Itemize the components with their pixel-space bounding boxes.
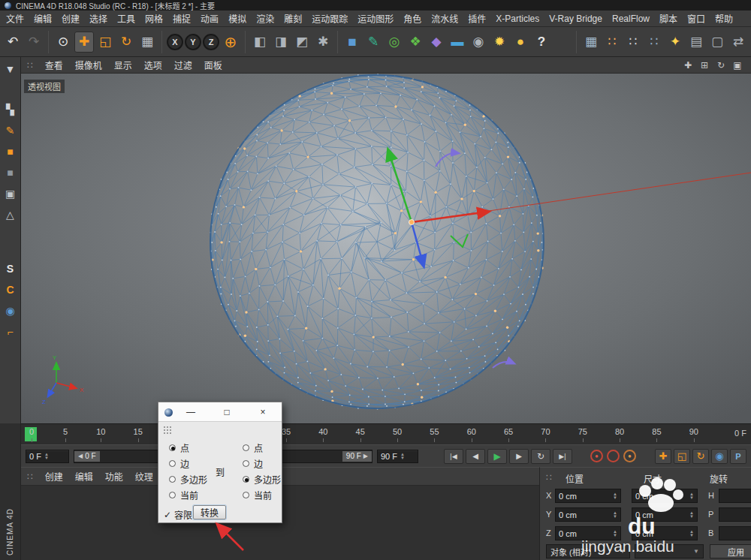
rotation-p-field[interactable] [719,507,751,522]
key-rotation-icon[interactable]: ↻ [692,449,709,464]
x-axis-lock-icon[interactable]: X [167,34,183,50]
add-camera-icon[interactable]: ◉ [469,32,488,53]
goto-end-icon[interactable]: ▶| [553,449,572,464]
option-to-current[interactable]: 当前 [243,489,272,501]
stepper-arrows-icon[interactable]: ▲▼ [689,530,694,537]
radio-icon[interactable] [169,492,176,498]
current-frame-field[interactable]: 0 F ▲▼ [26,450,69,463]
move-tool-icon[interactable]: ✚ [74,32,94,53]
panel-grip-icon[interactable]: ∷ [27,60,33,71]
viewport-menu-item[interactable]: 选项 [144,59,162,71]
prev-frame-icon[interactable]: ◀ [466,449,485,464]
last-tool-icon[interactable]: ▦ [137,32,157,53]
menu-item[interactable]: 渲染 [256,12,274,25]
option-from-edges[interactable]: 边 [169,457,189,470]
option-from-current[interactable]: 当前 [169,489,198,501]
record-options-icon[interactable]: ● [623,450,636,462]
menu-item[interactable]: 动画 [201,12,219,25]
lighting-icon[interactable]: ✦ [665,32,685,53]
menu-item[interactable]: 选择 [89,12,107,25]
play-icon[interactable]: ▶ [487,449,507,464]
close-button[interactable]: × [253,402,273,422]
rotate-tool-icon[interactable]: ↻ [116,32,136,53]
menu-item[interactable]: 运动图形 [357,12,394,25]
menu-item[interactable]: 文件 [6,12,24,25]
option-to-polygons[interactable]: 多边形 [243,473,281,486]
y-axis-lock-icon[interactable]: Y [185,34,201,50]
radio-icon[interactable] [243,460,249,467]
key-pla-icon[interactable]: P [730,449,746,464]
autokey-icon[interactable]: ● [607,450,620,462]
menu-item[interactable]: 角色 [403,12,421,25]
gizmo-center[interactable] [409,220,415,225]
key-position-icon[interactable]: ✚ [655,449,671,464]
menu-item[interactable]: 插件 [468,12,486,25]
option-from-polygons[interactable]: 多边形 [169,473,207,486]
add-deformer-icon[interactable]: ◆ [427,32,446,53]
apply-button[interactable]: 应用 [710,544,751,558]
tolerance-checkbox[interactable]: ✓ 容限 [164,508,192,521]
maximize-button[interactable]: □ [217,402,237,422]
panel-grip-icon[interactable]: ∷ [27,471,33,482]
menu-item[interactable]: 创建 [62,12,80,25]
render-settings-icon[interactable]: ✱ [313,32,333,53]
radio-icon[interactable] [243,476,249,483]
radio-icon[interactable] [169,444,176,451]
menu-item[interactable]: 网格 [145,12,163,25]
snap-grid-icon[interactable]: ∷ [602,32,622,53]
menu-item[interactable]: V-Ray Bridge [549,14,602,24]
add-array-icon[interactable]: ❖ [406,32,425,53]
menu-item[interactable]: 雕刻 [284,12,302,25]
render-view-icon[interactable]: ◧ [250,32,270,53]
viewport-solo-icon[interactable]: S [2,260,19,277]
edges-mode-icon[interactable]: ▣ [2,185,19,202]
option-from-points[interactable]: 点 [169,441,189,454]
help-icon[interactable]: ? [532,32,551,53]
scale-tool-icon[interactable]: ◱ [95,32,115,53]
radio-icon[interactable] [243,492,249,498]
minimize-button[interactable]: — [181,402,201,422]
size-y-field[interactable]: 0 cm▲▼ [632,507,698,522]
position-x-field[interactable]: 0 cm▲▼ [555,489,621,503]
dialog-grip-icon[interactable] [163,426,173,435]
stepper-arrows-icon[interactable]: ▲▼ [44,453,49,460]
size-x-field[interactable]: 0 cm▲▼ [632,489,698,503]
end-frame-field[interactable]: 90 F ▲▼ [377,450,418,463]
coordinate-system-icon[interactable]: ⊕ [221,32,240,53]
menu-item[interactable]: 运动跟踪 [312,12,348,25]
texture-mode-icon[interactable]: ✎ [2,122,19,139]
stepper-arrows-icon[interactable]: ▲▼ [400,453,405,460]
range-end-handle[interactable]: 90 F ▶ [342,451,372,462]
panel-grip-icon[interactable]: ∷ [546,472,552,483]
radio-icon[interactable] [243,444,249,451]
radio-icon[interactable] [169,460,176,467]
coordinate-mode-dropdown[interactable]: 对象 (相对) ▼ [546,544,630,558]
menu-item[interactable]: 脚本 [659,12,677,25]
perspective-viewport[interactable]: 透视视图 [21,74,751,423]
scene-canvas[interactable]: Y X Z [21,74,751,423]
stepper-arrows-icon[interactable]: ▲▼ [613,492,617,500]
menu-item[interactable]: 捕捉 [173,12,191,25]
size-mode-dropdown[interactable]: ▼ [635,544,704,558]
material-menu-item[interactable]: 创建 [45,470,63,483]
viewport-menu-item[interactable]: 摄像机 [75,59,102,71]
material-menu-item[interactable]: 功能 [105,470,123,483]
option-to-points[interactable]: 点 [243,441,263,454]
record-keyframe-icon[interactable]: ● [590,450,603,462]
key-scale-icon[interactable]: ◱ [674,449,690,464]
material-menu-item[interactable]: 纹理 [135,470,153,483]
model-mode-icon[interactable]: ▚ [2,101,19,118]
next-frame-icon[interactable]: ▶ [509,449,529,464]
convert-button[interactable]: 转换 [193,505,226,519]
goto-start-icon[interactable]: |◀ [444,449,463,464]
pan-view-icon[interactable]: ✚ [680,59,695,72]
option-to-edges[interactable]: 边 [243,457,263,470]
render-picture-viewer-icon[interactable]: ◨ [271,32,291,53]
range-start-handle[interactable]: ◀ 0 F [74,451,100,462]
position-y-field[interactable]: 0 cm▲▼ [555,507,621,522]
loop-icon[interactable]: ↻ [531,449,550,464]
add-floor-icon[interactable]: ▬ [448,32,467,53]
key-parameter-icon[interactable]: ◉ [711,449,728,464]
live-selection-icon[interactable]: ⊙ [53,32,73,53]
add-sky-icon[interactable]: ● [511,32,530,53]
